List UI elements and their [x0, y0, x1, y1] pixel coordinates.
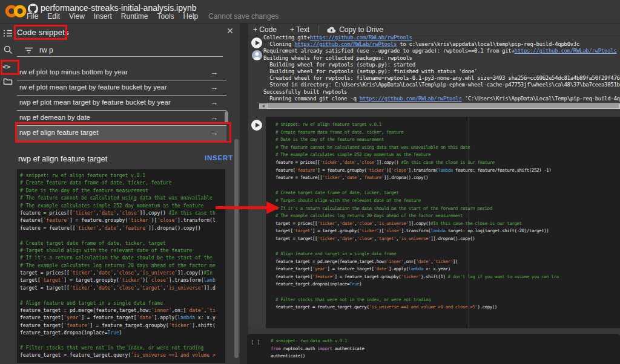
code-line: Created wheel for rwptools: filename=rwp…	[263, 75, 620, 82]
panel-title: Code snippets	[17, 28, 69, 37]
code-line: # snippet: rw ef align feature target v.…	[20, 172, 225, 180]
execution-count-brackets[interactable]: [ ]	[251, 339, 260, 345]
menu-help[interactable]: Help	[183, 12, 199, 21]
snippet-item-label: rw ef plot top minus bottom by year	[19, 68, 128, 76]
code-snippets-panel: Code snippets ✕ rw p rw ef plot top minu…	[15, 23, 240, 364]
panel-scrollbar[interactable]	[234, 139, 239, 358]
code-line: # Create feature data frame of date, tic…	[275, 129, 618, 137]
output-horizontal-scrollbar[interactable]: ◀	[259, 103, 620, 109]
code-line	[275, 182, 618, 190]
notebook-area: + Code + Text Copy to Drive Collecting g…	[240, 23, 620, 364]
code-line	[20, 292, 225, 299]
colab-logo-icon[interactable]	[5, 2, 27, 20]
code-line	[275, 243, 618, 251]
menu-tools[interactable]: Tools	[157, 12, 174, 21]
snippet-item[interactable]: rwp ef demean by date→	[17, 111, 226, 126]
auth-cell-editor[interactable]: # snnippet: rwp data auth v.0.1from rwpt…	[271, 337, 616, 360]
top-bar: performance-streaks-initial-analysis.ipy…	[0, 0, 620, 24]
files-folder-icon[interactable]	[3, 76, 13, 86]
insert-button[interactable]: INSERT	[205, 154, 233, 161]
menu-file[interactable]: File	[27, 12, 38, 21]
scroll-left-button[interactable]: ◀	[259, 103, 267, 109]
code-line: Successfully built rwptools	[263, 89, 620, 96]
code-line: target = prices[['ticker','date','close'…	[275, 220, 618, 228]
code-line: from rwptools.auth import authenticate	[271, 345, 616, 353]
add-text-label: + Text	[290, 25, 309, 34]
close-panel-icon[interactable]: ✕	[226, 27, 234, 35]
menu-insert[interactable]: Insert	[94, 12, 112, 21]
snippet-item-label: rw ef plot mean target by feature bucket…	[19, 83, 167, 91]
auth-code-cell: [ ] # snnippet: rwp data auth v.0.1from …	[247, 334, 620, 364]
insert-arrow-icon[interactable]: →	[210, 128, 218, 137]
code-line: feature_target.dropna(inplace=True)	[275, 281, 618, 288]
snippet-filter-input[interactable]: rw p	[39, 46, 53, 54]
insert-arrow-icon[interactable]: →	[210, 68, 218, 77]
code-line	[20, 337, 225, 345]
code-line	[20, 232, 225, 239]
copy-to-drive-button[interactable]: Copy to Drive	[322, 23, 388, 36]
code-line: # Target should align with the relevant …	[20, 247, 225, 255]
cloud-upload-icon	[327, 26, 336, 33]
snippet-list-scrollbar[interactable]	[225, 111, 228, 123]
add-code-button[interactable]: + Code	[248, 23, 282, 36]
snippet-list: rw ef plot top minus bottom by year→rw e…	[17, 65, 226, 141]
code-line: Cloning https://github.com/RWLab/rwPtool…	[263, 41, 620, 48]
code-line: feature_target['year'] = feature_target[…	[20, 314, 225, 322]
code-line: feature_target['feature'] = feature_targ…	[275, 273, 618, 281]
colab-app: performance-streaks-initial-analysis.ipy…	[0, 0, 620, 364]
code-line: # Filter stocks that were not in the ind…	[275, 296, 618, 304]
code-line: # Create feature data frame of date, tic…	[20, 180, 225, 187]
menu-bar: FileEditViewInsertRuntimeToolsHelpCannot…	[27, 11, 279, 22]
scrollbar-thumb[interactable]	[268, 104, 619, 108]
menu-runtime[interactable]: Runtime	[121, 12, 148, 21]
main-code-cell: # snippet: rw ef align feature target v.…	[248, 117, 620, 328]
main-cell-editor[interactable]: # snippet: rw ef align feature target v.…	[275, 121, 618, 311]
snippet-item[interactable]: rw ef plot mean target by feature bucket…	[17, 80, 226, 96]
snippet-item[interactable]: rw ef plot top minus bottom by year→	[17, 65, 226, 80]
code-line: # Align feature and target in a single d…	[20, 300, 225, 307]
output-link[interactable]: https://github.com/RWLab/rwPtools	[294, 41, 397, 47]
code-line: # If it's a return calculation the date …	[20, 255, 225, 262]
code-snippets-icon[interactable]: <>	[2, 63, 12, 73]
snippet-item-label: rwp ef demean by date	[19, 114, 90, 121]
cell-gutter	[248, 117, 266, 328]
code-line: # Date is the day of the feature measure…	[275, 136, 618, 144]
snippet-item-label: rwp ef plot mean target by feature bucke…	[19, 99, 171, 106]
code-line: # Filter stocks that were not in the ind…	[20, 345, 225, 352]
filter-icon[interactable]	[24, 47, 33, 54]
code-line: feature_target = feature_target.query('i…	[20, 352, 225, 359]
code-line: # Create target date frame of date, tick…	[20, 240, 225, 247]
output-link[interactable]: https://github.com/RWLab/rwPtools	[310, 34, 412, 41]
snippet-preview-code[interactable]: # snippet: rw ef align feature target v.…	[17, 169, 225, 363]
code-line: # The example calculates simple 252 day …	[275, 151, 618, 159]
code-line: Collecting git+https://github.com/RWLab/…	[263, 34, 620, 41]
output-cell-run-button[interactable]	[251, 37, 262, 48]
insert-arrow-icon[interactable]: →	[210, 113, 218, 122]
code-line: feature['feature'] = feature.groupby('ti…	[20, 217, 225, 224]
code-line: # Create target date frame of date, tick…	[275, 189, 618, 197]
insert-arrow-icon[interactable]: →	[210, 83, 218, 92]
code-line: # Align feature and target in a single d…	[275, 250, 618, 258]
table-of-contents-icon[interactable]	[3, 28, 13, 38]
output-link[interactable]: https://github.com/RWLab/rwPtools	[360, 96, 462, 102]
snippet-item[interactable]: rwp ef align feature target→	[17, 126, 226, 141]
code-line: feature = prices[['ticker','date','close…	[275, 159, 618, 167]
code-line: # snippet: rw ef align feature target v.…	[275, 121, 618, 129]
pip-install-output: Collecting git+https://github.com/RWLab/…	[263, 34, 620, 102]
code-line: feature = prices[['ticker','date','close…	[20, 210, 225, 217]
menu-edit[interactable]: Edit	[47, 12, 60, 21]
snippet-item[interactable]: rwp ef plot mean target by feature bucke…	[17, 96, 226, 111]
menu-view[interactable]: View	[69, 12, 85, 21]
code-line	[275, 288, 618, 296]
snippet-preview-title: rwp ef align feature target	[18, 154, 107, 163]
main-cell-run-button[interactable]	[251, 120, 262, 131]
left-rail: <>	[0, 23, 15, 364]
add-text-button[interactable]: + Text	[285, 23, 314, 36]
output-link[interactable]: https://github.com/RWLab/rwPtools	[515, 48, 617, 54]
insert-arrow-icon[interactable]: →	[210, 98, 218, 107]
filter-underline	[17, 56, 223, 57]
code-line: feature = feature[['ticker','date','feat…	[20, 225, 225, 232]
search-icon[interactable]	[3, 45, 13, 54]
code-line: target['target'] = target.groupby('ticke…	[275, 227, 618, 235]
code-line: # If it's a return calculation the date …	[275, 205, 618, 213]
